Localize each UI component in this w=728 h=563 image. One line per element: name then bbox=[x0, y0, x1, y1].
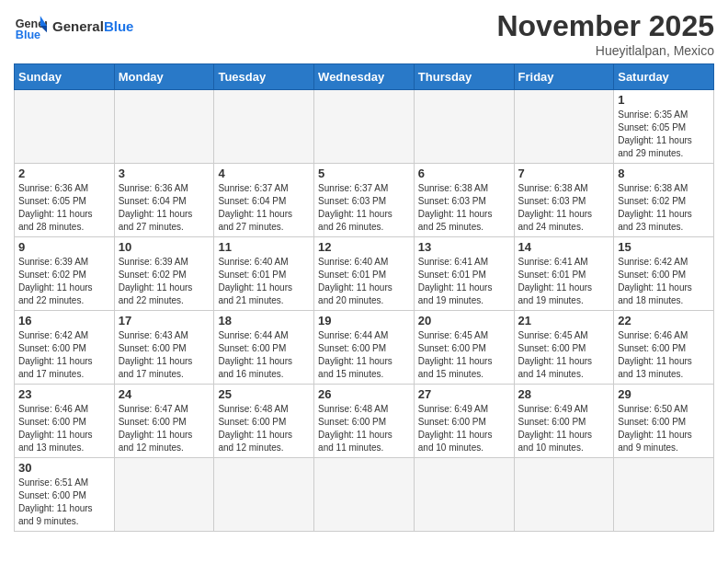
day-number: 17 bbox=[119, 314, 210, 327]
logo-icon: General Blue bbox=[14, 9, 47, 42]
day-info: Sunrise: 6:40 AMSunset: 6:01 PMDaylight:… bbox=[318, 256, 410, 307]
week-row-2: 2Sunrise: 6:36 AMSunset: 6:05 PMDaylight… bbox=[15, 164, 714, 237]
calendar-cell bbox=[514, 458, 614, 532]
week-row-4: 16Sunrise: 6:42 AMSunset: 6:00 PMDayligh… bbox=[15, 311, 714, 385]
calendar-cell: 12Sunrise: 6:40 AMSunset: 6:01 PMDayligh… bbox=[314, 237, 415, 311]
calendar-cell: 19Sunrise: 6:44 AMSunset: 6:00 PMDayligh… bbox=[314, 311, 415, 385]
day-info: Sunrise: 6:38 AMSunset: 6:02 PMDaylight:… bbox=[618, 182, 710, 234]
day-info: Sunrise: 6:36 AMSunset: 6:04 PMDaylight:… bbox=[119, 182, 210, 234]
calendar-cell: 22Sunrise: 6:46 AMSunset: 6:00 PMDayligh… bbox=[614, 311, 714, 385]
day-number: 21 bbox=[518, 314, 610, 327]
day-info: Sunrise: 6:44 AMSunset: 6:00 PMDaylight:… bbox=[218, 329, 310, 381]
day-info: Sunrise: 6:46 AMSunset: 6:00 PMDaylight:… bbox=[18, 403, 110, 454]
calendar-cell: 16Sunrise: 6:42 AMSunset: 6:00 PMDayligh… bbox=[15, 311, 115, 385]
day-info: Sunrise: 6:49 AMSunset: 6:00 PMDaylight:… bbox=[518, 403, 610, 454]
calendar-cell: 2Sunrise: 6:36 AMSunset: 6:05 PMDaylight… bbox=[15, 164, 115, 237]
calendar-cell bbox=[214, 458, 314, 532]
day-info: Sunrise: 6:48 AMSunset: 6:00 PMDaylight:… bbox=[318, 403, 410, 454]
day-number: 20 bbox=[418, 314, 510, 327]
day-number: 13 bbox=[418, 240, 510, 254]
week-row-3: 9Sunrise: 6:39 AMSunset: 6:02 PMDaylight… bbox=[15, 237, 714, 311]
day-info: Sunrise: 6:38 AMSunset: 6:03 PMDaylight:… bbox=[518, 182, 610, 234]
day-number: 2 bbox=[18, 167, 110, 180]
day-number: 6 bbox=[418, 167, 510, 180]
day-info: Sunrise: 6:41 AMSunset: 6:01 PMDaylight:… bbox=[518, 256, 610, 307]
day-number: 15 bbox=[618, 240, 710, 254]
day-number: 7 bbox=[518, 167, 610, 180]
weekday-header-friday: Friday bbox=[514, 64, 614, 90]
day-info: Sunrise: 6:36 AMSunset: 6:05 PMDaylight:… bbox=[18, 182, 110, 234]
day-number: 9 bbox=[18, 240, 110, 254]
day-number: 28 bbox=[518, 387, 610, 401]
calendar-cell: 6Sunrise: 6:38 AMSunset: 6:03 PMDaylight… bbox=[414, 164, 514, 237]
day-info: Sunrise: 6:38 AMSunset: 6:03 PMDaylight:… bbox=[418, 182, 510, 234]
calendar-table: SundayMondayTuesdayWednesdayThursdayFrid… bbox=[14, 63, 714, 532]
calendar-cell: 30Sunrise: 6:51 AMSunset: 6:00 PMDayligh… bbox=[15, 458, 115, 532]
day-number: 12 bbox=[318, 240, 410, 254]
calendar-cell: 15Sunrise: 6:42 AMSunset: 6:00 PMDayligh… bbox=[614, 237, 714, 311]
day-info: Sunrise: 6:37 AMSunset: 6:03 PMDaylight:… bbox=[318, 182, 410, 234]
day-number: 27 bbox=[418, 387, 510, 401]
day-info: Sunrise: 6:48 AMSunset: 6:00 PMDaylight:… bbox=[218, 403, 310, 454]
calendar-cell: 5Sunrise: 6:37 AMSunset: 6:03 PMDaylight… bbox=[314, 164, 415, 237]
day-info: Sunrise: 6:37 AMSunset: 6:04 PMDaylight:… bbox=[218, 182, 310, 234]
weekday-header-row: SundayMondayTuesdayWednesdayThursdayFrid… bbox=[15, 64, 714, 90]
day-number: 1 bbox=[618, 93, 710, 107]
calendar-cell bbox=[214, 90, 314, 164]
title-block: November 2025 Hueyitlalpan, Mexico bbox=[496, 9, 714, 58]
calendar-cell: 29Sunrise: 6:50 AMSunset: 6:00 PMDayligh… bbox=[614, 385, 714, 458]
day-info: Sunrise: 6:40 AMSunset: 6:01 PMDaylight:… bbox=[218, 256, 310, 307]
calendar-cell: 28Sunrise: 6:49 AMSunset: 6:00 PMDayligh… bbox=[514, 385, 614, 458]
day-number: 30 bbox=[18, 461, 110, 475]
day-number: 5 bbox=[318, 167, 410, 180]
logo-general-text: GeneralBlue bbox=[52, 18, 133, 34]
day-number: 22 bbox=[618, 314, 710, 327]
calendar-cell: 24Sunrise: 6:47 AMSunset: 6:00 PMDayligh… bbox=[114, 385, 214, 458]
day-info: Sunrise: 6:39 AMSunset: 6:02 PMDaylight:… bbox=[18, 256, 110, 307]
day-number: 14 bbox=[518, 240, 610, 254]
day-info: Sunrise: 6:41 AMSunset: 6:01 PMDaylight:… bbox=[418, 256, 510, 307]
day-info: Sunrise: 6:51 AMSunset: 6:00 PMDaylight:… bbox=[18, 477, 110, 528]
weekday-header-monday: Monday bbox=[114, 64, 214, 90]
weekday-header-sunday: Sunday bbox=[15, 64, 115, 90]
calendar-cell: 23Sunrise: 6:46 AMSunset: 6:00 PMDayligh… bbox=[15, 385, 115, 458]
calendar-cell: 18Sunrise: 6:44 AMSunset: 6:00 PMDayligh… bbox=[214, 311, 314, 385]
logo: General Blue GeneralBlue bbox=[14, 9, 133, 42]
day-number: 3 bbox=[119, 167, 210, 180]
calendar-cell: 4Sunrise: 6:37 AMSunset: 6:04 PMDaylight… bbox=[214, 164, 314, 237]
day-number: 26 bbox=[318, 387, 410, 401]
day-info: Sunrise: 6:49 AMSunset: 6:00 PMDaylight:… bbox=[418, 403, 510, 454]
calendar-cell: 3Sunrise: 6:36 AMSunset: 6:04 PMDaylight… bbox=[114, 164, 214, 237]
calendar-cell bbox=[15, 90, 115, 164]
calendar-cell: 7Sunrise: 6:38 AMSunset: 6:03 PMDaylight… bbox=[514, 164, 614, 237]
calendar-cell: 11Sunrise: 6:40 AMSunset: 6:01 PMDayligh… bbox=[214, 237, 314, 311]
day-number: 16 bbox=[18, 314, 110, 327]
day-info: Sunrise: 6:45 AMSunset: 6:00 PMDaylight:… bbox=[418, 329, 510, 381]
day-number: 25 bbox=[218, 387, 310, 401]
week-row-1: 1Sunrise: 6:35 AMSunset: 6:05 PMDaylight… bbox=[15, 90, 714, 164]
calendar-cell bbox=[114, 458, 214, 532]
day-info: Sunrise: 6:45 AMSunset: 6:00 PMDaylight:… bbox=[518, 329, 610, 381]
calendar-cell: 26Sunrise: 6:48 AMSunset: 6:00 PMDayligh… bbox=[314, 385, 415, 458]
calendar-cell bbox=[314, 90, 415, 164]
calendar-cell: 8Sunrise: 6:38 AMSunset: 6:02 PMDaylight… bbox=[614, 164, 714, 237]
day-info: Sunrise: 6:42 AMSunset: 6:00 PMDaylight:… bbox=[618, 256, 710, 307]
day-number: 24 bbox=[119, 387, 210, 401]
day-info: Sunrise: 6:44 AMSunset: 6:00 PMDaylight:… bbox=[318, 329, 410, 381]
day-number: 29 bbox=[618, 387, 710, 401]
day-info: Sunrise: 6:35 AMSunset: 6:05 PMDaylight:… bbox=[618, 109, 710, 160]
day-number: 8 bbox=[618, 167, 710, 180]
day-number: 11 bbox=[218, 240, 310, 254]
calendar-cell bbox=[614, 458, 714, 532]
week-row-6: 30Sunrise: 6:51 AMSunset: 6:00 PMDayligh… bbox=[15, 458, 714, 532]
calendar-cell bbox=[514, 90, 614, 164]
calendar-cell bbox=[414, 90, 514, 164]
day-info: Sunrise: 6:50 AMSunset: 6:00 PMDaylight:… bbox=[618, 403, 710, 454]
day-number: 18 bbox=[218, 314, 310, 327]
day-number: 23 bbox=[18, 387, 110, 401]
day-info: Sunrise: 6:46 AMSunset: 6:00 PMDaylight:… bbox=[618, 329, 710, 381]
week-row-5: 23Sunrise: 6:46 AMSunset: 6:00 PMDayligh… bbox=[15, 385, 714, 458]
calendar-cell: 14Sunrise: 6:41 AMSunset: 6:01 PMDayligh… bbox=[514, 237, 614, 311]
weekday-header-saturday: Saturday bbox=[614, 64, 714, 90]
calendar-cell: 9Sunrise: 6:39 AMSunset: 6:02 PMDaylight… bbox=[15, 237, 115, 311]
